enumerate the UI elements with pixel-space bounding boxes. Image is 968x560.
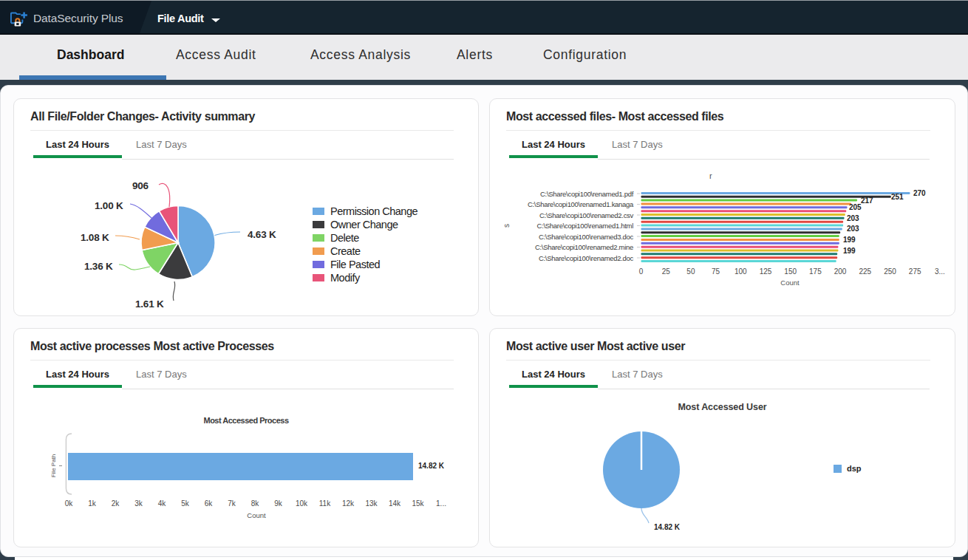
svg-text:0k: 0k bbox=[65, 499, 74, 508]
svg-text:14.82 K: 14.82 K bbox=[654, 523, 681, 531]
svg-text:Count: Count bbox=[780, 279, 800, 287]
svg-text:0: 0 bbox=[639, 267, 644, 276]
svg-text:12k: 12k bbox=[342, 499, 355, 508]
svg-text:75: 75 bbox=[712, 267, 720, 276]
svg-text:200: 200 bbox=[834, 267, 847, 276]
svg-text:9k: 9k bbox=[274, 499, 283, 508]
svg-text:11k: 11k bbox=[319, 499, 331, 508]
svg-text:3k: 3k bbox=[134, 499, 143, 508]
svg-text:275: 275 bbox=[909, 267, 921, 276]
svg-text:270: 270 bbox=[913, 189, 926, 197]
svg-text:13k: 13k bbox=[365, 499, 378, 508]
svg-text:217: 217 bbox=[861, 197, 873, 205]
svg-text:125: 125 bbox=[760, 267, 772, 276]
svg-text:4k: 4k bbox=[158, 499, 167, 508]
svg-text:199: 199 bbox=[843, 247, 856, 255]
svg-text:1k: 1k bbox=[88, 499, 97, 508]
svg-text:50: 50 bbox=[686, 267, 695, 276]
svg-text:14.82 K: 14.82 K bbox=[418, 462, 445, 470]
svg-text:199: 199 bbox=[843, 236, 856, 244]
svg-text:225: 225 bbox=[859, 267, 871, 276]
svg-text:Count: Count bbox=[247, 511, 266, 519]
svg-text:203: 203 bbox=[847, 225, 859, 233]
svg-text:14k: 14k bbox=[389, 499, 401, 508]
svg-text:7k: 7k bbox=[228, 499, 236, 508]
svg-text:10k: 10k bbox=[296, 499, 308, 508]
svg-text:25: 25 bbox=[662, 267, 671, 276]
svg-text:dsp: dsp bbox=[847, 464, 862, 473]
svg-text:100: 100 bbox=[734, 267, 747, 276]
svg-text:3...: 3... bbox=[935, 267, 945, 276]
svg-text:150: 150 bbox=[784, 267, 797, 276]
svg-text:1...: 1... bbox=[436, 499, 446, 508]
svg-text:250: 250 bbox=[884, 267, 896, 276]
svg-text:205: 205 bbox=[849, 203, 862, 211]
svg-text:2k: 2k bbox=[112, 499, 120, 508]
svg-text:251: 251 bbox=[891, 193, 904, 201]
svg-text:203: 203 bbox=[847, 214, 859, 222]
svg-text:5k: 5k bbox=[181, 499, 190, 508]
svg-text:175: 175 bbox=[809, 267, 822, 276]
svg-text:6k: 6k bbox=[205, 499, 214, 508]
svg-text:8k: 8k bbox=[251, 499, 260, 508]
svg-text:15k: 15k bbox=[412, 499, 424, 508]
